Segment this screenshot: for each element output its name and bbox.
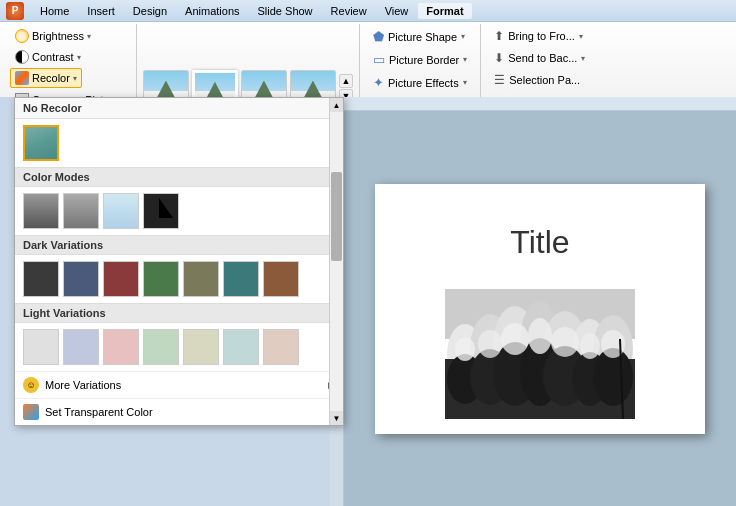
light-var-4-swatch[interactable] xyxy=(143,329,179,365)
light-var-5-swatch[interactable] xyxy=(183,329,219,365)
menu-animations[interactable]: Animations xyxy=(177,3,247,19)
light-var-6-swatch[interactable] xyxy=(223,329,259,365)
no-recolor-section xyxy=(15,119,343,167)
dark-var-5-swatch[interactable] xyxy=(183,261,219,297)
picture-shape-arrow: ▾ xyxy=(461,32,465,41)
send-to-back-button[interactable]: ⬇ Send to Bac... ▾ xyxy=(489,48,590,68)
menu-home[interactable]: Home xyxy=(32,3,77,19)
contrast-label: Contrast xyxy=(32,51,74,63)
menu-design[interactable]: Design xyxy=(125,3,175,19)
slide-image[interactable] xyxy=(445,289,635,419)
bring-front-icon: ⬆ xyxy=(494,29,504,43)
brightness-dropdown-arrow: ▾ xyxy=(87,32,91,41)
send-back-icon: ⬇ xyxy=(494,51,504,65)
scroll-track xyxy=(330,112,343,411)
recolor-dropdown-arrow: ▾ xyxy=(73,74,77,83)
color-modes-header: Color Modes xyxy=(15,167,343,187)
color-modes-row xyxy=(15,187,343,235)
picture-effects-button[interactable]: ✦ Picture Effects ▾ xyxy=(368,72,472,93)
selection-label: Selection Pa... xyxy=(509,74,580,86)
scroll-up-button[interactable]: ▲ xyxy=(330,98,343,112)
recolor-dropdown: No Recolor Color Modes Dark Variations L… xyxy=(14,97,344,426)
more-variations-item[interactable]: ☺ More Variations ▶ xyxy=(15,371,343,398)
picture-shape-label: Picture Shape xyxy=(388,31,457,43)
pic-styles-up-arrow[interactable]: ▲ xyxy=(339,74,353,88)
contrast-icon xyxy=(15,50,29,64)
picture-shape-icon: ⬟ xyxy=(373,29,384,44)
dark-var-3-swatch[interactable] xyxy=(103,261,139,297)
set-transparent-item[interactable]: Set Transparent Color xyxy=(15,398,343,425)
slide-paper[interactable]: Title xyxy=(375,184,705,434)
app-logo: P xyxy=(6,2,24,20)
picture-effects-icon: ✦ xyxy=(373,75,384,90)
dark-var-7-swatch[interactable] xyxy=(263,261,299,297)
svg-point-16 xyxy=(455,337,475,361)
horizontal-ruler xyxy=(344,97,736,111)
more-variations-icon: ☺ xyxy=(23,377,39,393)
brightness-label: Brightness xyxy=(32,30,84,42)
menu-review[interactable]: Review xyxy=(323,3,375,19)
selection-icon: ☰ xyxy=(494,73,505,87)
svg-point-19 xyxy=(528,318,552,354)
grayscale-swatch[interactable] xyxy=(23,193,59,229)
contrast-dropdown-arrow: ▾ xyxy=(77,53,81,62)
more-variations-label: More Variations xyxy=(45,379,121,391)
menu-bar: Home Insert Design Animations Slide Show… xyxy=(32,3,472,19)
dark-variations-header: Dark Variations xyxy=(15,235,343,255)
no-recolor-swatch[interactable] xyxy=(23,125,59,161)
scroll-thumb[interactable] xyxy=(331,172,342,262)
recolor-icon xyxy=(15,71,29,85)
dark-var-4-swatch[interactable] xyxy=(143,261,179,297)
svg-point-21 xyxy=(580,333,600,359)
light-variations-row xyxy=(15,323,343,371)
brightness-icon xyxy=(15,29,29,43)
no-recolor-header: No Recolor xyxy=(15,98,343,119)
bring-to-front-button[interactable]: ⬆ Bring to Fro... ▾ xyxy=(489,26,590,46)
scroll-down-button[interactable]: ▼ xyxy=(330,411,343,425)
dark-variations-row xyxy=(15,255,343,303)
recolor-label: Recolor xyxy=(32,72,70,84)
menu-view[interactable]: View xyxy=(377,3,417,19)
svg-point-20 xyxy=(551,327,579,357)
selection-pane-button[interactable]: ☰ Selection Pa... xyxy=(489,70,590,90)
washout-swatch[interactable] xyxy=(103,193,139,229)
brightness-button[interactable]: Brightness ▾ xyxy=(10,26,96,46)
picture-border-label: Picture Border xyxy=(389,54,459,66)
recolor-button[interactable]: Recolor ▾ xyxy=(10,68,82,88)
light-var-3-swatch[interactable] xyxy=(103,329,139,365)
menu-slideshow[interactable]: Slide Show xyxy=(250,3,321,19)
picture-shape-button[interactable]: ⬟ Picture Shape ▾ xyxy=(368,26,472,47)
menu-format[interactable]: Format xyxy=(418,3,471,19)
slide-view: Title xyxy=(344,111,736,506)
black-white-swatch[interactable] xyxy=(143,193,179,229)
picture-border-icon: ▭ xyxy=(373,52,385,67)
svg-point-18 xyxy=(501,323,529,355)
light-variations-header: Light Variations xyxy=(15,303,343,323)
svg-point-17 xyxy=(478,330,502,358)
slide-title: Title xyxy=(375,184,705,261)
bring-front-arrow: ▾ xyxy=(579,32,583,41)
adjust-group-content: Brightness ▾ Contrast ▾ Recolor ▾ xyxy=(10,26,130,88)
menu-insert[interactable]: Insert xyxy=(79,3,123,19)
light-var-1-swatch[interactable] xyxy=(23,329,59,365)
dark-var-6-swatch[interactable] xyxy=(223,261,259,297)
light-var-7-swatch[interactable] xyxy=(263,329,299,365)
set-transparent-label: Set Transparent Color xyxy=(45,406,153,418)
set-transparent-icon xyxy=(23,404,39,420)
dark-var-1-swatch[interactable] xyxy=(23,261,59,297)
dark-var-2-swatch[interactable] xyxy=(63,261,99,297)
bring-to-front-label: Bring to Fro... xyxy=(508,30,575,42)
dropdown-scrollbar: ▲ ▼ xyxy=(329,98,343,425)
picture-effects-arrow: ▾ xyxy=(463,78,467,87)
app-bar: P Home Insert Design Animations Slide Sh… xyxy=(0,0,736,22)
picture-effects-label: Picture Effects xyxy=(388,77,459,89)
send-to-back-label: Send to Bac... xyxy=(508,52,577,64)
sepia-swatch[interactable] xyxy=(63,193,99,229)
picture-border-button[interactable]: ▭ Picture Border ▾ xyxy=(368,49,472,70)
picture-border-arrow: ▾ xyxy=(463,55,467,64)
contrast-button[interactable]: Contrast ▾ xyxy=(10,47,86,67)
send-back-arrow: ▾ xyxy=(581,54,585,63)
light-var-2-swatch[interactable] xyxy=(63,329,99,365)
